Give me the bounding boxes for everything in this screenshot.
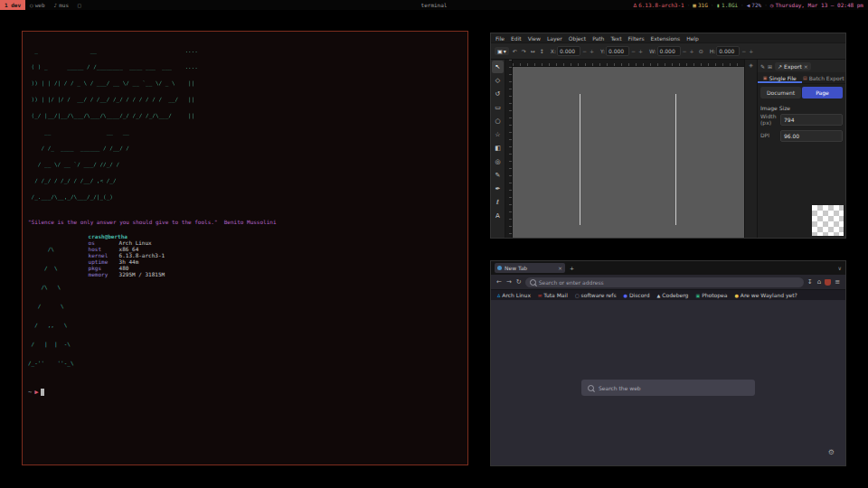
- ellipse-tool[interactable]: ○: [492, 115, 504, 127]
- snap-toggle-icon[interactable]: ◈: [749, 61, 753, 68]
- increment-button[interactable]: +: [689, 48, 695, 54]
- spiral-tool[interactable]: ◎: [492, 155, 504, 168]
- menu-file[interactable]: File: [495, 35, 505, 42]
- increment-button[interactable]: +: [589, 48, 595, 54]
- home-icon[interactable]: ⌂: [816, 278, 822, 286]
- box-3d-tool[interactable]: ◧: [492, 142, 504, 155]
- decrement-button[interactable]: −: [741, 48, 747, 54]
- bookmark-arch-linux[interactable]: ∆ Arch Linux: [497, 292, 531, 298]
- navigation-bar: ← → ↻ Search or enter address ↧ ⌂ ≡: [491, 275, 845, 289]
- reload-icon[interactable]: ↻: [515, 278, 523, 286]
- menu-object[interactable]: Object: [569, 35, 587, 42]
- new-tab-page: Search the web ⚙: [491, 300, 845, 465]
- memory-status: ▮ 1.8Gi: [716, 2, 738, 8]
- tab-batch-export[interactable]: ▤ Batch Export: [802, 72, 846, 83]
- height-field[interactable]: H: 0.000 − +: [710, 46, 755, 56]
- document-scope-button[interactable]: Document: [760, 87, 801, 99]
- menu-path[interactable]: Path: [592, 35, 604, 42]
- search-icon: [530, 279, 536, 286]
- y-coordinate-field[interactable]: Y: 0.000 − +: [600, 46, 644, 56]
- tab-bar: New Tab × + ∨: [491, 261, 845, 275]
- increment-button[interactable]: +: [748, 48, 754, 54]
- new-tab-button[interactable]: +: [570, 265, 574, 271]
- flip-horizontal-icon[interactable]: ↔: [530, 48, 536, 54]
- tab-title: New Tab: [505, 265, 555, 271]
- ublock-extension-icon[interactable]: [825, 279, 831, 286]
- workspace-tag-web[interactable]: ○ web: [25, 0, 49, 10]
- folder-icon: ▢: [575, 293, 580, 298]
- fetch-row: kernel 6.13.8-arch3-1: [89, 252, 165, 258]
- shape-builder-tool[interactable]: ↺: [492, 88, 504, 100]
- pen-tool[interactable]: ✒: [492, 183, 504, 195]
- menu-help[interactable]: Help: [686, 35, 699, 42]
- menu-edit[interactable]: Edit: [511, 35, 522, 42]
- bookmark-codeberg[interactable]: ▲ Codeberg: [657, 292, 689, 298]
- tab-single-file[interactable]: ▣ Single File: [758, 72, 802, 83]
- export-icon: ↗: [778, 63, 782, 70]
- node-tool[interactable]: ◇: [492, 74, 504, 87]
- decrement-button[interactable]: −: [682, 48, 688, 54]
- text-tool[interactable]: A: [492, 210, 504, 222]
- menu-icon[interactable]: ≡: [834, 278, 841, 286]
- menu-layer[interactable]: Layer: [547, 35, 562, 42]
- star-tool[interactable]: ☆: [492, 128, 504, 141]
- decrement-button[interactable]: −: [581, 48, 588, 54]
- music-note-icon: ♪: [54, 2, 58, 8]
- selector-tool[interactable]: ↖: [492, 61, 504, 73]
- pencil-dialog-icon[interactable]: ✎: [760, 63, 765, 70]
- drawing-canvas[interactable]: [513, 67, 744, 238]
- shell-prompt[interactable]: ~ ▶: [28, 389, 462, 396]
- address-bar[interactable]: Search or enter address: [525, 277, 804, 287]
- calligraphy-tool[interactable]: ℓ: [492, 196, 504, 209]
- rotate-cw-icon[interactable]: ↷: [521, 48, 527, 54]
- workspace-tag-dev[interactable]: 1 dev: [0, 0, 25, 10]
- flip-vertical-icon[interactable]: ↕: [539, 48, 545, 54]
- clock-text: Thursday, Mar 13 — 02:48 pm: [775, 2, 863, 8]
- grid-dialog-icon[interactable]: ⊞: [768, 63, 772, 70]
- separator: ·: [764, 2, 768, 8]
- separator: ·: [687, 2, 691, 8]
- close-icon[interactable]: ×: [558, 265, 562, 271]
- workspace-tag-mus[interactable]: ♪ mus: [50, 0, 73, 10]
- bookmark-photopea[interactable]: ▣ Photopea: [695, 292, 727, 298]
- list-tabs-chevron-icon[interactable]: ∨: [838, 265, 842, 271]
- browser-tab[interactable]: New Tab ×: [495, 263, 565, 273]
- address-placeholder: Search or enter address: [539, 279, 604, 286]
- rectangle-tool[interactable]: ▭: [492, 101, 504, 114]
- width-row: Width (px) 794: [758, 112, 845, 128]
- width-input[interactable]: 794: [780, 114, 843, 126]
- photopea-favicon: ▣: [695, 293, 700, 298]
- selection-mode-dropdown[interactable]: ▣ ▾: [495, 47, 509, 55]
- gear-icon[interactable]: ⚙: [828, 448, 835, 456]
- decrement-button[interactable]: −: [630, 48, 637, 54]
- lock-ratio-icon[interactable]: ⊙: [698, 48, 704, 54]
- bookmark-folder-software-refs[interactable]: ▢ software refs: [575, 292, 617, 298]
- bookmark-tuta-mail[interactable]: ✉ Tuta Mail: [538, 292, 568, 298]
- menu-filters[interactable]: Filters: [628, 35, 645, 42]
- bookmark-are-we-wayland-yet[interactable]: ● Are we Wayland yet?: [734, 292, 797, 298]
- export-panel: ✎ ⊞ ↗ Export × ▣ Single File ▤ Ba: [757, 60, 845, 238]
- back-icon[interactable]: ←: [495, 278, 503, 286]
- menu-extensions[interactable]: Extensions: [651, 35, 681, 42]
- workspace-tag-label: mus: [59, 2, 69, 8]
- rotate-ccw-icon[interactable]: ↶: [512, 48, 518, 54]
- workspace-tag-empty[interactable]: □: [73, 0, 86, 10]
- dpi-input[interactable]: 96.00: [780, 130, 843, 142]
- menu-view[interactable]: View: [528, 35, 541, 42]
- close-icon[interactable]: ×: [804, 63, 808, 70]
- pencil-tool[interactable]: ✎: [492, 169, 504, 182]
- dpi-row: DPI 96.00: [758, 128, 845, 144]
- downloads-icon[interactable]: ↧: [807, 278, 814, 286]
- selection-icon: ▣: [497, 48, 503, 54]
- page-scope-button[interactable]: Page: [802, 87, 843, 99]
- width-field[interactable]: W: 0.000 − +: [649, 46, 695, 56]
- web-search-input[interactable]: Search the web: [581, 380, 755, 396]
- export-dialog-tab[interactable]: ↗ Export ×: [775, 62, 811, 70]
- bookmark-discord[interactable]: ● Discord: [624, 292, 650, 298]
- forward-icon[interactable]: →: [505, 278, 513, 286]
- terminal-window[interactable]: _ __ .... ( ) _ _____ / /________ ____ _…: [22, 31, 468, 465]
- menu-text[interactable]: Text: [610, 35, 621, 42]
- increment-button[interactable]: +: [637, 48, 644, 54]
- kernel-text: 6.13.8-arch3-1: [638, 2, 684, 8]
- x-coordinate-field[interactable]: X: 0.000 − +: [551, 46, 595, 56]
